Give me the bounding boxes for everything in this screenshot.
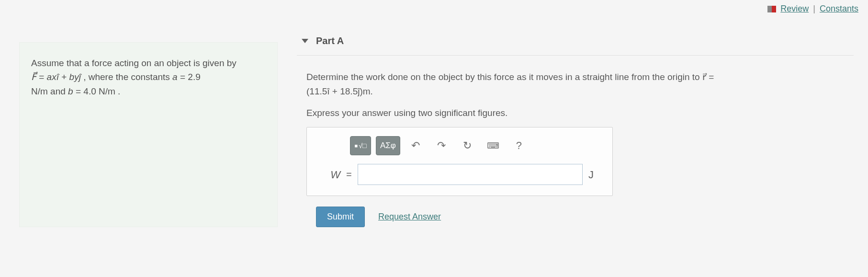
separator: |: [813, 4, 815, 13]
problem-text-1: Assume that a force acting on an object …: [31, 58, 237, 68]
collapse-caret-icon[interactable]: [302, 39, 308, 43]
help-button[interactable]: ?: [508, 136, 530, 155]
constants-link[interactable]: Constants: [820, 4, 858, 13]
equals-sign: =: [346, 167, 352, 182]
templates-button[interactable]: ■ √□: [350, 136, 371, 155]
question-text: Determine the work done on the object by…: [306, 70, 854, 99]
problem-statement: Assume that a force acting on an object …: [19, 42, 278, 227]
undo-button[interactable]: ↶: [405, 136, 426, 155]
review-link[interactable]: Review: [780, 4, 809, 13]
greek-button[interactable]: ΑΣφ: [376, 136, 400, 155]
answer-box: ■ √□ ΑΣφ ↶ ↷ ↻ ⌨ ? W = J: [306, 127, 613, 196]
submit-button[interactable]: Submit: [316, 207, 365, 227]
request-answer-link[interactable]: Request Answer: [378, 210, 441, 224]
answer-variable: W: [316, 166, 340, 183]
part-header[interactable]: Part A: [297, 29, 854, 56]
redo-button[interactable]: ↷: [431, 136, 452, 155]
reset-button[interactable]: ↻: [457, 136, 478, 155]
equation-toolbar: ■ √□ ΑΣφ ↶ ↷ ↻ ⌨ ?: [316, 136, 603, 155]
instruction-text: Express your answer using two significan…: [306, 106, 854, 120]
keyboard-button[interactable]: ⌨: [483, 136, 504, 155]
answer-input[interactable]: [358, 164, 583, 185]
flag-icon: [767, 6, 776, 12]
part-label: Part A: [316, 35, 344, 46]
answer-unit: J: [588, 166, 603, 183]
